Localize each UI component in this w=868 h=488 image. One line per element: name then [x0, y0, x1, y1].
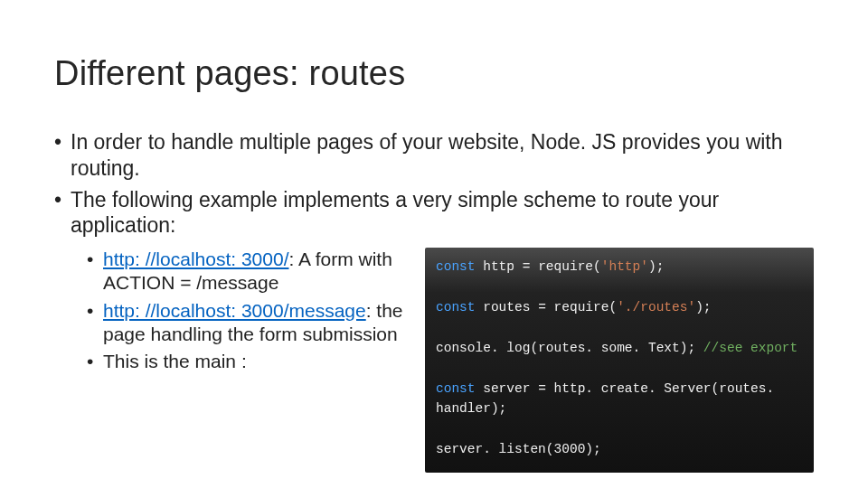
bullet-marker: • [87, 350, 103, 373]
slide-title: Different pages: routes [54, 54, 814, 93]
url-link[interactable]: http: //localhost: 3000/ [103, 249, 288, 269]
bullet-text: The following example implements a very … [71, 187, 814, 239]
code-text: http = require( [476, 259, 601, 274]
sub-bullet-list: • http: //localhost: 3000/: A form with … [54, 248, 425, 377]
bullet-item: • The following example implements a ver… [54, 187, 814, 239]
code-keyword: const [436, 259, 476, 274]
code-text: console. log(routes. some. Text); [436, 341, 703, 355]
bullet-marker: • [87, 299, 103, 347]
code-block: const http = require('http'); const rout… [425, 248, 814, 473]
bullet-marker: • [54, 129, 71, 182]
bullet-text: In order to handle multiple pages of you… [71, 129, 814, 182]
two-column-row: • http: //localhost: 3000/: A form with … [54, 248, 814, 473]
bullet-marker: • [87, 248, 103, 296]
sub-bullet-item: • http: //localhost: 3000/message: the p… [87, 299, 425, 347]
code-text: server. listen(3000); [436, 442, 601, 456]
code-text: ); [648, 259, 664, 274]
bullet-item: • In order to handle multiple pages of y… [54, 129, 814, 182]
sub-bullet-text: http: //localhost: 3000/message: the pag… [103, 299, 425, 347]
code-text: routes = require( [476, 300, 618, 314]
code-text: ); [695, 300, 711, 314]
slide: Different pages: routes • In order to ha… [0, 0, 868, 473]
bullet-list: • In order to handle multiple pages of y… [54, 129, 814, 473]
code-string: './routes' [617, 300, 695, 314]
sub-bullet-item: • This is the main : [87, 350, 425, 373]
code-panel: const http = require('http'); const rout… [425, 248, 814, 473]
code-keyword: const [436, 381, 476, 396]
url-link[interactable]: http: //localhost: 3000/message [103, 300, 366, 321]
sub-bullet-text: This is the main : [103, 350, 425, 373]
sub-bullet-item: • http: //localhost: 3000/: A form with … [87, 248, 425, 296]
bullet-marker: • [54, 187, 71, 239]
code-text: server = http. create. Server(routes. ha… [436, 381, 782, 416]
code-string: 'http' [601, 259, 648, 274]
sub-bullet-text: http: //localhost: 3000/: A form with AC… [103, 248, 425, 296]
code-keyword: const [436, 300, 476, 314]
code-comment: //see export [703, 341, 797, 355]
